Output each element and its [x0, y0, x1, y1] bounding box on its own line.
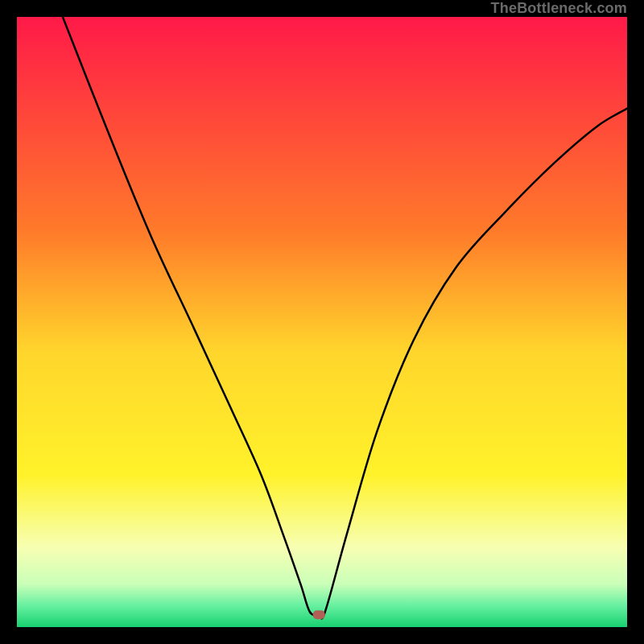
- plot-area: [17, 17, 627, 627]
- chart-frame: TheBottleneck.com: [0, 0, 644, 644]
- watermark-label: TheBottleneck.com: [491, 0, 627, 17]
- gradient-background: [17, 17, 627, 627]
- optimal-marker: [313, 610, 325, 619]
- plot-svg: [17, 17, 627, 627]
